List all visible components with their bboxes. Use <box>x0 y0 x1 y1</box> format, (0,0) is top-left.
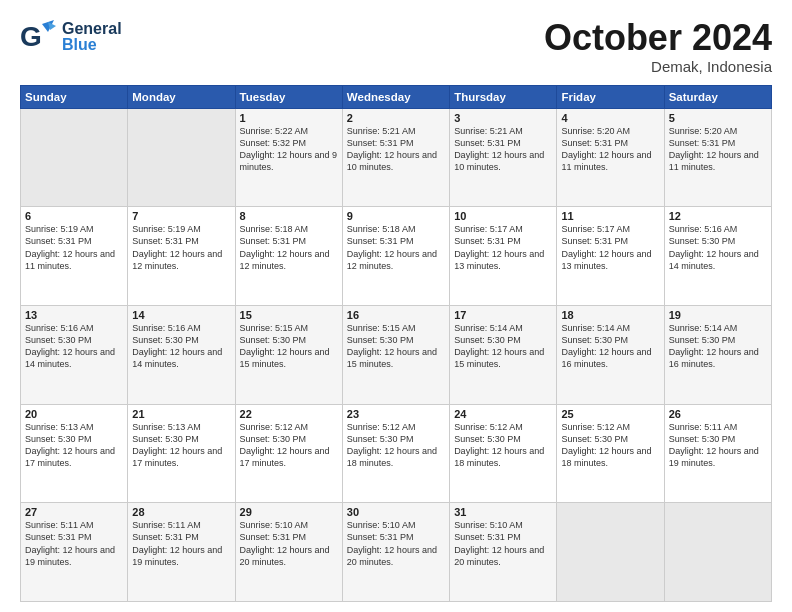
header-monday: Monday <box>128 85 235 108</box>
location: Demak, Indonesia <box>544 58 772 75</box>
table-row: 17 Sunrise: 5:14 AMSunset: 5:30 PMDaylig… <box>450 305 557 404</box>
day-number: 17 <box>454 309 552 321</box>
logo-bird-icon: G <box>20 18 58 56</box>
day-info: Sunrise: 5:15 AMSunset: 5:30 PMDaylight:… <box>240 322 338 371</box>
table-row: 10 Sunrise: 5:17 AMSunset: 5:31 PMDaylig… <box>450 207 557 306</box>
day-number: 12 <box>669 210 767 222</box>
day-info: Sunrise: 5:19 AMSunset: 5:31 PMDaylight:… <box>25 223 123 272</box>
day-number: 3 <box>454 112 552 124</box>
day-number: 2 <box>347 112 445 124</box>
day-info: Sunrise: 5:12 AMSunset: 5:30 PMDaylight:… <box>561 421 659 470</box>
day-number: 8 <box>240 210 338 222</box>
day-info: Sunrise: 5:11 AMSunset: 5:30 PMDaylight:… <box>669 421 767 470</box>
table-row: 16 Sunrise: 5:15 AMSunset: 5:30 PMDaylig… <box>342 305 449 404</box>
day-number: 20 <box>25 408 123 420</box>
table-row: 6 Sunrise: 5:19 AMSunset: 5:31 PMDayligh… <box>21 207 128 306</box>
table-row <box>664 503 771 602</box>
table-row: 12 Sunrise: 5:16 AMSunset: 5:30 PMDaylig… <box>664 207 771 306</box>
calendar-week-row: 20 Sunrise: 5:13 AMSunset: 5:30 PMDaylig… <box>21 404 772 503</box>
day-number: 7 <box>132 210 230 222</box>
svg-text:G: G <box>20 21 42 52</box>
table-row: 31 Sunrise: 5:10 AMSunset: 5:31 PMDaylig… <box>450 503 557 602</box>
day-info: Sunrise: 5:13 AMSunset: 5:30 PMDaylight:… <box>132 421 230 470</box>
table-row: 8 Sunrise: 5:18 AMSunset: 5:31 PMDayligh… <box>235 207 342 306</box>
table-row: 5 Sunrise: 5:20 AMSunset: 5:31 PMDayligh… <box>664 108 771 207</box>
day-info: Sunrise: 5:16 AMSunset: 5:30 PMDaylight:… <box>25 322 123 371</box>
day-info: Sunrise: 5:10 AMSunset: 5:31 PMDaylight:… <box>347 519 445 568</box>
table-row <box>557 503 664 602</box>
day-info: Sunrise: 5:21 AMSunset: 5:31 PMDaylight:… <box>347 125 445 174</box>
day-number: 13 <box>25 309 123 321</box>
weekday-header-row: Sunday Monday Tuesday Wednesday Thursday… <box>21 85 772 108</box>
day-info: Sunrise: 5:14 AMSunset: 5:30 PMDaylight:… <box>561 322 659 371</box>
day-info: Sunrise: 5:22 AMSunset: 5:32 PMDaylight:… <box>240 125 338 174</box>
day-number: 21 <box>132 408 230 420</box>
day-info: Sunrise: 5:12 AMSunset: 5:30 PMDaylight:… <box>454 421 552 470</box>
day-number: 5 <box>669 112 767 124</box>
table-row: 18 Sunrise: 5:14 AMSunset: 5:30 PMDaylig… <box>557 305 664 404</box>
day-number: 24 <box>454 408 552 420</box>
day-number: 25 <box>561 408 659 420</box>
table-row: 21 Sunrise: 5:13 AMSunset: 5:30 PMDaylig… <box>128 404 235 503</box>
day-info: Sunrise: 5:12 AMSunset: 5:30 PMDaylight:… <box>347 421 445 470</box>
day-number: 18 <box>561 309 659 321</box>
table-row: 11 Sunrise: 5:17 AMSunset: 5:31 PMDaylig… <box>557 207 664 306</box>
table-row: 30 Sunrise: 5:10 AMSunset: 5:31 PMDaylig… <box>342 503 449 602</box>
month-title: October 2024 <box>544 18 772 58</box>
table-row: 26 Sunrise: 5:11 AMSunset: 5:30 PMDaylig… <box>664 404 771 503</box>
day-info: Sunrise: 5:18 AMSunset: 5:31 PMDaylight:… <box>240 223 338 272</box>
day-info: Sunrise: 5:11 AMSunset: 5:31 PMDaylight:… <box>25 519 123 568</box>
day-info: Sunrise: 5:17 AMSunset: 5:31 PMDaylight:… <box>454 223 552 272</box>
table-row <box>128 108 235 207</box>
calendar-week-row: 6 Sunrise: 5:19 AMSunset: 5:31 PMDayligh… <box>21 207 772 306</box>
day-info: Sunrise: 5:20 AMSunset: 5:31 PMDaylight:… <box>561 125 659 174</box>
day-info: Sunrise: 5:10 AMSunset: 5:31 PMDaylight:… <box>240 519 338 568</box>
day-number: 4 <box>561 112 659 124</box>
header-friday: Friday <box>557 85 664 108</box>
table-row: 23 Sunrise: 5:12 AMSunset: 5:30 PMDaylig… <box>342 404 449 503</box>
day-number: 1 <box>240 112 338 124</box>
day-number: 15 <box>240 309 338 321</box>
day-number: 11 <box>561 210 659 222</box>
calendar-table: Sunday Monday Tuesday Wednesday Thursday… <box>20 85 772 602</box>
day-info: Sunrise: 5:16 AMSunset: 5:30 PMDaylight:… <box>669 223 767 272</box>
day-info: Sunrise: 5:19 AMSunset: 5:31 PMDaylight:… <box>132 223 230 272</box>
table-row: 27 Sunrise: 5:11 AMSunset: 5:31 PMDaylig… <box>21 503 128 602</box>
day-number: 16 <box>347 309 445 321</box>
header: G General Blue October 2024 Demak, Indon… <box>20 18 772 75</box>
day-info: Sunrise: 5:14 AMSunset: 5:30 PMDaylight:… <box>454 322 552 371</box>
day-number: 22 <box>240 408 338 420</box>
logo-text: General Blue <box>62 21 122 53</box>
table-row: 20 Sunrise: 5:13 AMSunset: 5:30 PMDaylig… <box>21 404 128 503</box>
logo: G General Blue <box>20 18 122 56</box>
header-sunday: Sunday <box>21 85 128 108</box>
logo-blue: Blue <box>62 37 122 53</box>
day-number: 9 <box>347 210 445 222</box>
table-row: 3 Sunrise: 5:21 AMSunset: 5:31 PMDayligh… <box>450 108 557 207</box>
day-number: 26 <box>669 408 767 420</box>
day-info: Sunrise: 5:11 AMSunset: 5:31 PMDaylight:… <box>132 519 230 568</box>
day-number: 28 <box>132 506 230 518</box>
table-row: 4 Sunrise: 5:20 AMSunset: 5:31 PMDayligh… <box>557 108 664 207</box>
day-info: Sunrise: 5:15 AMSunset: 5:30 PMDaylight:… <box>347 322 445 371</box>
calendar-week-row: 13 Sunrise: 5:16 AMSunset: 5:30 PMDaylig… <box>21 305 772 404</box>
table-row: 24 Sunrise: 5:12 AMSunset: 5:30 PMDaylig… <box>450 404 557 503</box>
day-info: Sunrise: 5:17 AMSunset: 5:31 PMDaylight:… <box>561 223 659 272</box>
day-number: 6 <box>25 210 123 222</box>
day-number: 19 <box>669 309 767 321</box>
header-tuesday: Tuesday <box>235 85 342 108</box>
table-row: 29 Sunrise: 5:10 AMSunset: 5:31 PMDaylig… <box>235 503 342 602</box>
table-row: 13 Sunrise: 5:16 AMSunset: 5:30 PMDaylig… <box>21 305 128 404</box>
day-number: 14 <box>132 309 230 321</box>
calendar-week-row: 1 Sunrise: 5:22 AMSunset: 5:32 PMDayligh… <box>21 108 772 207</box>
table-row: 22 Sunrise: 5:12 AMSunset: 5:30 PMDaylig… <box>235 404 342 503</box>
header-thursday: Thursday <box>450 85 557 108</box>
table-row: 7 Sunrise: 5:19 AMSunset: 5:31 PMDayligh… <box>128 207 235 306</box>
day-number: 27 <box>25 506 123 518</box>
day-info: Sunrise: 5:21 AMSunset: 5:31 PMDaylight:… <box>454 125 552 174</box>
table-row: 1 Sunrise: 5:22 AMSunset: 5:32 PMDayligh… <box>235 108 342 207</box>
day-info: Sunrise: 5:13 AMSunset: 5:30 PMDaylight:… <box>25 421 123 470</box>
table-row: 15 Sunrise: 5:15 AMSunset: 5:30 PMDaylig… <box>235 305 342 404</box>
table-row: 19 Sunrise: 5:14 AMSunset: 5:30 PMDaylig… <box>664 305 771 404</box>
page: G General Blue October 2024 Demak, Indon… <box>0 0 792 612</box>
